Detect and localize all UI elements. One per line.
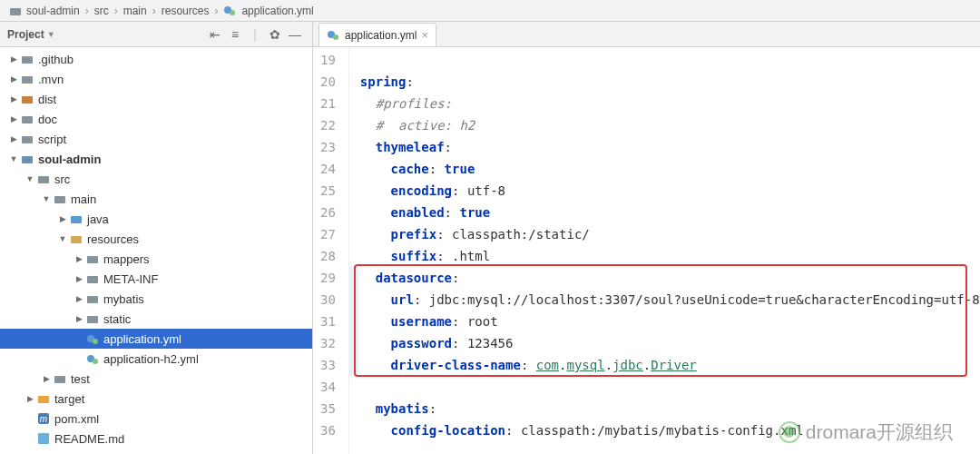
folder-icon (9, 5, 22, 17)
tree-node-static[interactable]: ▶static (0, 309, 312, 329)
yaml-icon (223, 4, 237, 17)
breadcrumb: soul-admin › src › main › resources › ap… (0, 0, 980, 22)
svg-rect-6 (22, 116, 33, 123)
project-panel: Project ▼ ⇤ ≡ | ✿ — ▶.github▶.mvn▶dist▶d… (0, 22, 313, 454)
code-line-23[interactable]: thymeleaf: (360, 136, 980, 158)
breadcrumb-3[interactable]: resources (162, 5, 210, 17)
code-line-31[interactable]: username: root (360, 311, 980, 332)
code-line-20[interactable]: spring: (360, 71, 980, 93)
wechat-icon (779, 421, 800, 443)
editor: application.yml × 1920212223242526272829… (313, 22, 980, 454)
dropdown-icon[interactable]: ▼ (47, 30, 55, 39)
tree-node-script[interactable]: ▶script (0, 129, 312, 149)
code-line-32[interactable]: password: 123456 (360, 332, 980, 354)
tree-node-target[interactable]: ▶target (0, 389, 312, 409)
svg-rect-4 (22, 76, 33, 84)
code-line-30[interactable]: url: jdbc:mysql://localhost:3307/soul?us… (360, 289, 980, 311)
tree-node-mybatis[interactable]: ▶mybatis (0, 289, 312, 309)
svg-rect-21 (54, 376, 65, 383)
code-line-19[interactable] (360, 49, 980, 71)
project-title[interactable]: Project (7, 28, 44, 41)
yaml-icon (327, 28, 340, 42)
breadcrumb-0[interactable]: soul-admin (26, 5, 80, 17)
tree-node-java[interactable]: ▶java (0, 209, 312, 229)
code-line-33[interactable]: driver-class-name: com.mysql.jdbc.Driver (360, 354, 980, 376)
tree-node-application-yml[interactable]: application.yml (0, 329, 312, 349)
code-area[interactable]: 192021222324252627282930313233343536 spr… (313, 47, 980, 454)
tab-label: application.yml (345, 29, 416, 42)
svg-rect-11 (71, 216, 82, 223)
svg-point-18 (93, 339, 98, 344)
code-line-22[interactable]: # active: h2 (360, 114, 980, 136)
project-header: Project ▼ ⇤ ≡ | ✿ — (0, 22, 312, 47)
tree-node-application-h2-yml[interactable]: application-h2.yml (0, 349, 312, 369)
tree-node-src[interactable]: ▼src (0, 169, 312, 189)
editor-tabs: application.yml × (313, 22, 980, 47)
svg-rect-13 (87, 256, 98, 263)
tree-node-resources[interactable]: ▼resources (0, 229, 312, 249)
svg-point-2 (230, 10, 235, 15)
code-line-29[interactable]: datasource: (360, 267, 980, 289)
svg-rect-7 (22, 136, 33, 143)
breadcrumb-1[interactable]: src (94, 5, 109, 17)
tree-node-README-md[interactable]: README.md (0, 429, 312, 449)
expand-icon[interactable]: ≡ (225, 27, 245, 42)
gutter: 192021222324252627282930313233343536 (313, 47, 349, 454)
svg-rect-5 (22, 96, 33, 104)
watermark: dromara开源组织 (779, 419, 953, 445)
svg-rect-16 (87, 316, 98, 323)
tree-node-test[interactable]: ▶test (0, 369, 312, 389)
code-body[interactable]: spring: #profiles: # active: h2 thymelea… (349, 47, 980, 454)
tree-node-pom-xml[interactable]: mpom.xml (0, 409, 312, 429)
svg-point-27 (333, 35, 338, 40)
code-line-24[interactable]: cache: true (360, 158, 980, 180)
breadcrumb-2[interactable]: main (123, 5, 147, 17)
svg-rect-8 (22, 156, 33, 163)
tree-node-main[interactable]: ▼main (0, 189, 312, 209)
tree-node-META-INF[interactable]: ▶META-INF (0, 269, 312, 289)
tree-node-mappers[interactable]: ▶mappers (0, 249, 312, 269)
breadcrumb-4[interactable]: application.yml (241, 5, 313, 17)
svg-text:m: m (40, 414, 47, 424)
divider: | (245, 27, 265, 42)
project-tree[interactable]: ▶.github▶.mvn▶dist▶doc▶script▼soul-admin… (0, 47, 312, 454)
svg-rect-10 (54, 196, 65, 203)
tree-node--github[interactable]: ▶.github (0, 49, 312, 69)
code-line-28[interactable]: suffix: .html (360, 245, 980, 267)
svg-rect-25 (38, 433, 49, 444)
svg-rect-15 (87, 296, 98, 303)
code-line-27[interactable]: prefix: classpath:/static/ (360, 223, 980, 245)
svg-rect-14 (87, 276, 98, 283)
minimize-icon[interactable]: — (285, 27, 305, 42)
code-line-35[interactable]: mybatis: (360, 398, 980, 419)
tree-node--mvn[interactable]: ▶.mvn (0, 69, 312, 89)
svg-rect-0 (10, 8, 21, 15)
close-icon[interactable]: × (421, 28, 428, 42)
collapse-icon[interactable]: ⇤ (205, 27, 225, 42)
tab-application-yml[interactable]: application.yml × (318, 23, 436, 46)
code-line-21[interactable]: #profiles: (360, 93, 980, 114)
code-line-26[interactable]: enabled: true (360, 202, 980, 223)
tree-node-dist[interactable]: ▶dist (0, 89, 312, 109)
svg-rect-12 (71, 236, 82, 243)
gear-icon[interactable]: ✿ (265, 27, 285, 42)
svg-rect-3 (22, 56, 33, 64)
tree-node-doc[interactable]: ▶doc (0, 109, 312, 129)
code-line-34[interactable] (360, 376, 980, 398)
tree-node-soul-admin[interactable]: ▼soul-admin (0, 149, 312, 169)
svg-point-20 (93, 359, 98, 364)
svg-rect-22 (38, 396, 49, 403)
code-line-25[interactable]: encoding: utf-8 (360, 180, 980, 202)
svg-rect-9 (38, 176, 49, 183)
